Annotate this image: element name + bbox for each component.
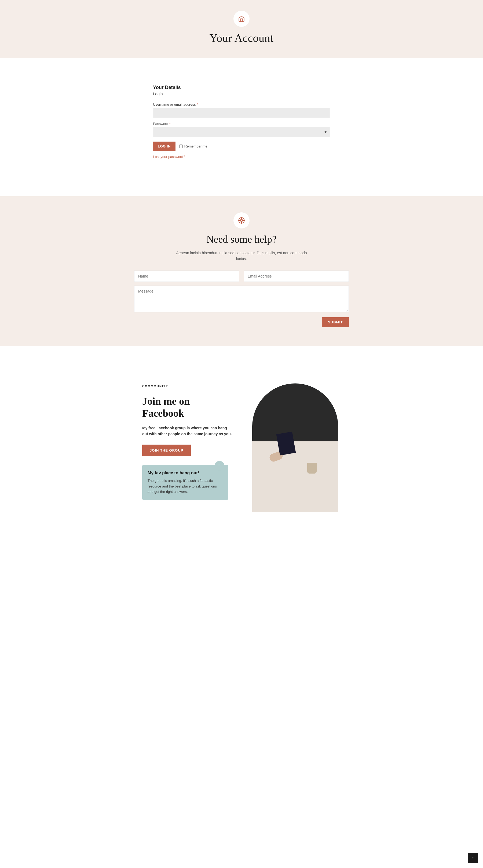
home-icon — [238, 15, 245, 22]
help-description: Aenean lacinia bibendum nulla sed consec… — [172, 250, 311, 262]
lifebuoy-icon — [238, 217, 245, 224]
home-icon-circle — [233, 11, 250, 27]
help-name-input[interactable] — [134, 271, 239, 282]
lost-password-link[interactable]: Lost your password? — [153, 155, 330, 159]
help-message-input[interactable] — [134, 286, 349, 312]
quote-title: My fav place to hang out! — [148, 471, 223, 475]
remember-me-checkbox[interactable] — [179, 145, 183, 148]
community-tag: COMMMUNITY — [142, 384, 168, 389]
hero-header: Your Account — [0, 0, 483, 58]
login-actions: LOG IN Remember me — [153, 142, 330, 151]
login-button[interactable]: LOG IN — [153, 142, 175, 151]
page-title: Your Account — [5, 32, 478, 44]
community-title: Join me on Facebook — [142, 395, 233, 420]
login-sublabel: Login — [153, 91, 330, 96]
username-label: Username or email address * — [153, 102, 330, 106]
quote-text: The group is amazing. It’s such a fantas… — [148, 478, 223, 495]
login-form-container: Your Details Login Username or email add… — [121, 71, 362, 178]
community-right — [250, 383, 341, 512]
quote-mark-icon: ” — [215, 461, 224, 471]
help-title: Need some help? — [16, 233, 467, 245]
cup-shape — [307, 463, 317, 473]
username-input[interactable] — [153, 108, 330, 118]
username-group: Username or email address * — [153, 102, 330, 118]
password-label: Password * — [153, 122, 330, 126]
community-left: COMMMUNITY Join me on Facebook My free F… — [142, 383, 233, 500]
toggle-password-icon[interactable]: ▼ — [323, 130, 328, 134]
password-group: Password * ▼ — [153, 122, 330, 137]
photo-simulation — [252, 383, 338, 512]
help-form: SUBMIT — [134, 271, 349, 327]
remember-me-label[interactable]: Remember me — [179, 144, 207, 148]
help-section: Need some help? Aenean lacinia bibendum … — [0, 196, 483, 346]
join-group-button[interactable]: JOIN THE GROUP — [142, 444, 191, 456]
community-image — [252, 383, 338, 512]
help-name-email-row — [134, 271, 349, 282]
help-email-input[interactable] — [244, 271, 349, 282]
community-inner: COMMMUNITY Join me on Facebook My free F… — [121, 365, 362, 534]
help-icon-circle — [233, 212, 250, 228]
help-submit-row: SUBMIT — [134, 317, 349, 327]
community-section: COMMMUNITY Join me on Facebook My free F… — [0, 346, 483, 552]
password-input[interactable] — [153, 127, 330, 137]
community-description: My free Facebook group is where you can … — [142, 425, 233, 437]
help-submit-button[interactable]: SUBMIT — [322, 317, 349, 327]
svg-point-1 — [240, 219, 243, 221]
login-section: Your Details Login Username or email add… — [0, 58, 483, 196]
your-details-label: Your Details — [153, 85, 330, 90]
password-wrapper: ▼ — [153, 127, 330, 137]
quote-card: ” My fav place to hang out! The group is… — [142, 465, 228, 500]
